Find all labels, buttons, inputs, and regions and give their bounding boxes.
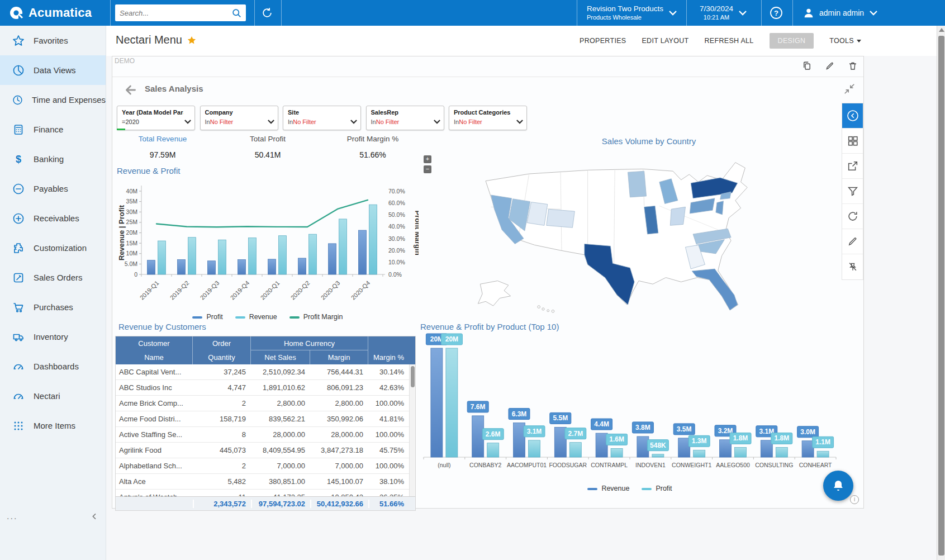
kpi-total-revenue[interactable]: Total Revenue 97.59M	[118, 135, 207, 159]
totals-cell: 50,412,932.66	[310, 500, 368, 508]
kpi-profit-margin: Profit Margin % 51.66%	[328, 135, 417, 159]
business-date-icon[interactable]	[259, 4, 276, 21]
column-header[interactable]: Quantity	[193, 350, 251, 364]
scroll-up-arrow[interactable]	[939, 28, 944, 32]
scrollbar-thumb[interactable]	[938, 36, 944, 556]
filter-company[interactable]: CompanyInNo Filter	[200, 106, 278, 130]
column-header[interactable]: Margin	[310, 350, 368, 364]
svg-text:60.0%: 60.0%	[388, 200, 405, 206]
edit-pencil-icon[interactable]	[842, 229, 863, 254]
column-header[interactable]: Customer	[116, 336, 193, 350]
design-button[interactable]: DESIGN	[770, 33, 814, 49]
widgets-grid-icon[interactable]	[842, 129, 863, 154]
table-row[interactable]: ABC Studios Inc4,7471,891,010.62806,091.…	[116, 380, 415, 396]
sidebar-item-sales-orders[interactable]: Sales Orders	[0, 263, 106, 292]
tools-menu-button[interactable]: TOOLS	[829, 37, 861, 45]
sidebar-item-label: Nectari	[34, 391, 60, 401]
page-scrollbar[interactable]	[937, 26, 945, 560]
map-zoom-in-button[interactable]: +	[424, 155, 431, 163]
more-options-icon[interactable]: ...	[7, 511, 17, 521]
sidebar-item-finance[interactable]: Finance	[0, 115, 106, 144]
info-icon[interactable]: i	[850, 495, 859, 504]
chevron-down-icon	[516, 120, 523, 124]
column-header[interactable]: Net Sales	[251, 350, 310, 364]
filter-year-data-model-paramete[interactable]: Year (Data Model Paramete...=2020	[117, 106, 195, 130]
help-icon[interactable]: ?	[768, 4, 785, 21]
table-row[interactable]: Acme Food Distri...158,719839,562.21350,…	[116, 411, 415, 427]
global-search[interactable]	[115, 4, 246, 21]
sidebar-item-favorites[interactable]: Favorites	[0, 26, 106, 55]
acumatica-logo[interactable]: Acumatica	[9, 0, 92, 26]
table-totals-row: 2,343,572 97,594,723.02 50,412,932.66 51…	[116, 496, 415, 510]
table-row[interactable]: Alta Ace5,482380,851.00145,100.0738.10%	[116, 474, 415, 490]
kpi-label: Total Profit	[223, 135, 312, 143]
table-row[interactable]: Acme Brick Comp...22,800.002,800.00100.0…	[116, 396, 415, 411]
legend-item: Profit	[642, 485, 672, 492]
svg-text:7.6M: 7.6M	[471, 403, 486, 411]
sidebar-item-time-and-expenses[interactable]: Time and Expenses	[0, 85, 106, 115]
collapse-panel-button[interactable]	[842, 103, 863, 129]
notifications-bell-button[interactable]	[823, 471, 853, 501]
filter-value: InNo Filter	[288, 118, 349, 125]
table-scrollbar[interactable]	[409, 364, 415, 496]
sidebar-item-nectari[interactable]: Nectari	[0, 381, 106, 411]
properties-button[interactable]: PROPERTIES	[580, 37, 626, 45]
collapse-icon[interactable]	[843, 83, 857, 96]
divider	[686, 0, 687, 26]
revenue-profit-plot[interactable]: 05.0M10M15M20M25M30M35M40M0.0%10.0%20.0%…	[117, 175, 419, 310]
favorite-star-icon[interactable]	[187, 35, 197, 45]
unpin-icon[interactable]	[842, 254, 863, 279]
filter-funnel-icon[interactable]	[842, 179, 863, 204]
sidebar-item-receivables[interactable]: Receivables	[0, 203, 106, 233]
dashboard-side-toolbar	[842, 103, 863, 280]
sidebar-item-banking[interactable]: $Banking	[0, 144, 106, 174]
map-zoom-out-button[interactable]: −	[424, 165, 431, 173]
filter-site[interactable]: SiteInNo Filter	[283, 106, 361, 130]
column-header[interactable]: Order	[193, 336, 251, 350]
table-row[interactable]: Antun's of Westch...1141,172.2510,850.42…	[116, 490, 415, 496]
table-row[interactable]: Alphabetland Sch...27,000.007,000.00100.…	[116, 458, 415, 474]
copy-icon[interactable]	[801, 60, 813, 72]
sales-volume-map[interactable]	[448, 146, 828, 319]
share-icon[interactable]	[842, 154, 863, 179]
sidebar-item-purchases[interactable]: Purchases	[0, 292, 106, 322]
sidebar-item-customization[interactable]: Customization	[0, 233, 106, 263]
widget-toolbar	[801, 60, 859, 72]
revenue-profit-by-product-widget[interactable]: Revenue & Profit by Product (Top 10) 20M…	[420, 322, 842, 492]
refresh-icon[interactable]	[842, 204, 863, 229]
company-selector[interactable]: Revision Two Products Products Wholesale	[579, 0, 685, 26]
sidebar-item-payables[interactable]: Payables	[0, 174, 106, 203]
svg-text:$: $	[16, 154, 21, 165]
sidebar-item-data-views[interactable]: Data Views	[0, 55, 106, 85]
revenue-profit-chart[interactable]: Revenue & Profit 05.0M10M15M20M25M30M35M…	[117, 166, 421, 321]
edit-pencil-icon[interactable]	[824, 60, 836, 72]
sidebar-item-inventory[interactable]: Inventory	[0, 322, 106, 352]
sidebar-item-more-items[interactable]: More Items	[0, 411, 106, 440]
table-row[interactable]: Agrilink Food445,0738,409,554.953,847,27…	[116, 443, 415, 458]
refresh-all-button[interactable]: REFRESH ALL	[705, 37, 754, 45]
sidebar-item-dashboards[interactable]: Dashboards	[0, 352, 106, 381]
svg-text:15M: 15M	[126, 240, 137, 246]
collapse-sidebar-icon[interactable]	[90, 512, 99, 521]
back-arrow-icon[interactable]	[124, 83, 138, 97]
table-row[interactable]: ABC Capital Vent...37,2452,510,092.34756…	[116, 364, 415, 380]
date-selector[interactable]: 7/30/2024 10:21 AM	[692, 0, 754, 26]
column-group-header[interactable]: Home Currency	[251, 336, 368, 350]
table-row[interactable]: Active Staffing Se...828,000.0028,000.00…	[116, 427, 415, 443]
svg-text:5.0M: 5.0M	[125, 260, 137, 267]
column-header[interactable]: Margin %	[368, 350, 409, 364]
column-header[interactable]: Name	[116, 350, 193, 364]
legend-item: Profit Margin	[289, 313, 343, 321]
user-menu[interactable]: admin admin	[795, 0, 885, 26]
filter-title: Year (Data Model Paramete...	[122, 109, 183, 116]
scrollbar-thumb[interactable]	[411, 366, 415, 387]
edit-layout-button[interactable]: EDIT LAYOUT	[642, 37, 688, 45]
delete-trash-icon[interactable]	[847, 60, 859, 72]
filter-product-categories[interactable]: Product CategoriesInNo Filter	[449, 106, 527, 130]
product-plot[interactable]: 20M20M(null)7.6M2.6MCONBABY26.3M3.1MAACO…	[420, 331, 839, 480]
filter-salesrep[interactable]: SalesRepInNo Filter	[366, 106, 444, 130]
sidebar-item-label: Inventory	[34, 332, 68, 341]
svg-text:548K: 548K	[650, 442, 666, 449]
search-icon[interactable]	[232, 8, 241, 18]
search-input[interactable]	[120, 9, 232, 17]
